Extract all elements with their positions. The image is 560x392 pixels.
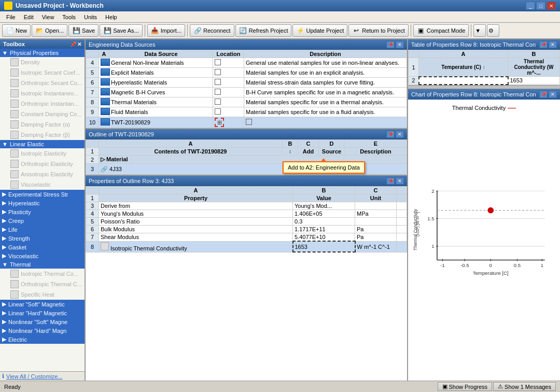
row8-chk[interactable] — [215, 99, 221, 105]
horizontal-scrollbar[interactable] — [408, 85, 560, 89]
show-progress-label: Show Progress — [449, 384, 488, 390]
item-damping-beta[interactable]: Damping Factor (β) — [0, 130, 85, 140]
table-props-close[interactable]: ✕ — [549, 41, 557, 48]
filter-button[interactable]: ▼ — [473, 24, 486, 37]
section-viscoelastic[interactable]: ▶ Viscoelastic — [0, 251, 85, 260]
section-gasket[interactable]: ▶ Gasket — [0, 243, 85, 251]
section-electric[interactable]: ▶ Electric — [0, 335, 85, 344]
chart-close[interactable]: ✕ — [549, 91, 557, 98]
section-creep-icon: ▶ — [2, 217, 6, 224]
data-point — [488, 207, 494, 213]
item-viscoelastic[interactable]: Viscoelastic — [0, 179, 85, 190]
close-button[interactable]: ✕ — [547, 2, 556, 10]
settings-icon: ⚙ — [488, 27, 494, 34]
settings-button[interactable]: ⚙ — [487, 24, 499, 37]
menu-help[interactable]: Help — [101, 13, 121, 21]
temp-value[interactable] — [419, 77, 508, 85]
props-close[interactable]: ✕ — [396, 177, 404, 185]
props-pin[interactable]: 📌 — [386, 177, 395, 185]
item-isotropic-elasticity[interactable]: Isotropic Elasticity — [0, 148, 85, 159]
menu-units[interactable]: Units — [80, 13, 101, 21]
section-hyperelastic[interactable]: ▶ Hyperelastic — [0, 199, 85, 207]
row10-add-btn[interactable]: ⊞ — [215, 118, 224, 127]
item-isotropic-secant-label: Isotropic Secant Coef... — [21, 69, 80, 76]
item-specific-heat[interactable]: Specific Heat — [0, 289, 85, 300]
section-nonlinear-soft[interactable]: ▶ Nonlinear "Soft" Magne — [0, 317, 85, 326]
item-density[interactable]: Density — [0, 57, 85, 67]
item-constant-damping[interactable]: Constant Damping Co... — [0, 109, 85, 119]
menu-file[interactable]: File — [2, 13, 20, 21]
toolbox-pin[interactable]: 📌 — [70, 41, 76, 47]
compact-mode-button[interactable]: ▣ Compact Mode — [413, 24, 469, 37]
item-orthotropic-secant[interactable]: Orthotropic Secant Co... — [0, 78, 85, 88]
eng-data-close[interactable]: ✕ — [396, 41, 404, 48]
item-orthotropic-thermal[interactable]: Orthotropic Thermal C... — [0, 279, 85, 289]
table-props-pin[interactable]: 📌 — [539, 41, 548, 48]
row9-chk[interactable] — [215, 108, 221, 115]
return-to-project-button[interactable]: ↩ Return to Project — [348, 24, 409, 37]
toolbox-close[interactable]: ✕ — [77, 41, 81, 47]
menu-view[interactable]: View — [38, 13, 59, 21]
tooltip-arrow — [320, 158, 327, 162]
section-physical-properties[interactable]: ▼ Physical Properties — [0, 49, 85, 57]
toolbox: Toolbox 📌 ✕ ▼ Physical Properties Densit… — [0, 39, 86, 381]
show-messages-button[interactable]: ⚠ Show 1 Messages — [493, 382, 556, 391]
item-anisotropic-elasticity[interactable]: Anisotropic Elasticity — [0, 169, 85, 179]
window-controls[interactable]: _ □ ✕ — [526, 2, 556, 10]
import-label: Import... — [161, 27, 181, 34]
table-props-header: Table of Properties Row 8: Isotropic The… — [408, 39, 560, 50]
item-orthotropic-elasticity[interactable]: Orthotropic Elasticity — [0, 159, 85, 169]
menu-edit[interactable]: Edit — [20, 13, 38, 21]
material-name: 4J33 — [109, 166, 122, 172]
thermal-cond-value[interactable]: 1653 — [293, 241, 355, 252]
item-isotropic-secant[interactable]: Isotropic Secant Coef... — [0, 67, 85, 78]
update-icon: ⚡ — [296, 26, 304, 35]
chart-header: Chart of Properties Row 8: Isotropic The… — [408, 89, 560, 100]
props-row: 4 Young's Modulus 1.406E+05 MPa — [86, 210, 407, 218]
menu-tools[interactable]: Tools — [58, 13, 80, 21]
section-linear-soft-magnetic[interactable]: ▶ Linear "Soft" Magnetic — [0, 300, 85, 309]
section-linear-hard-magnetic[interactable]: ▶ Linear "Hard" Magnetic — [0, 309, 85, 317]
section-plasticity[interactable]: ▶ Plasticity — [0, 207, 85, 216]
view-all-link[interactable]: View All / Customize... — [6, 373, 63, 380]
row10-chk[interactable] — [246, 119, 252, 125]
open-button[interactable]: 📂 Open... — [32, 24, 67, 37]
row6-chk[interactable] — [215, 79, 221, 85]
section-life[interactable]: ▶ Life — [0, 225, 85, 234]
section-creep[interactable]: ▶ Creep — [0, 216, 85, 225]
update-project-button[interactable]: ⚡ Update Project — [292, 24, 347, 37]
section-linear-elastic[interactable]: ▼ Linear Elastic — [0, 140, 85, 148]
right-panel: Table of Properties Row 8: Isotropic The… — [407, 39, 560, 381]
sort-icon[interactable]: ↕ — [483, 64, 485, 70]
item-orthotropic-inst[interactable]: Orthotropic Instantan... — [0, 99, 85, 109]
item-isotropic-thermal[interactable]: Isotropic Thermal Co... — [0, 269, 85, 279]
save-button[interactable]: 💾 Save — [68, 24, 99, 37]
x-tick-0: 0 — [489, 262, 492, 268]
add-icon: ⊞ — [217, 119, 222, 126]
row4-chk[interactable] — [215, 59, 221, 65]
save-as-button[interactable]: 💾 Save As... — [100, 24, 143, 37]
row7-chk[interactable] — [215, 89, 221, 95]
item-damping-alpha[interactable]: Damping Factor (α) — [0, 119, 85, 130]
eng-data-title: Engineering Data Sources — [89, 41, 155, 48]
eng-data-pin[interactable]: 📌 — [386, 41, 395, 48]
chart-area: Thermal Conductivity — Thermal Conductiv… — [408, 100, 560, 380]
outline-pin[interactable]: 📌 — [386, 131, 395, 138]
maximize-button[interactable]: □ — [536, 2, 545, 10]
row-num: 4 — [86, 58, 99, 68]
section-thermal[interactable]: ▼ Thermal — [0, 260, 85, 269]
outline-close[interactable]: ✕ — [396, 131, 404, 138]
section-nonlinear-hard[interactable]: ▶ Nonlinear "Hard" Magn — [0, 326, 85, 335]
show-progress-button[interactable]: ▣ Show Progress — [438, 382, 493, 391]
item-isotropic-inst[interactable]: Isotropic Instantaneo... — [0, 88, 85, 99]
minimize-button[interactable]: _ — [526, 2, 535, 10]
row5-chk[interactable] — [215, 69, 221, 75]
section-lsm-icon: ▶ — [2, 301, 6, 307]
reconnect-button[interactable]: 🔗 Reconnect — [190, 24, 234, 37]
refresh-project-button[interactable]: 🔄 Refresh Project — [235, 24, 292, 37]
section-experimental[interactable]: ▶ Experimental Stress Str — [0, 190, 85, 199]
import-button[interactable]: 📥 Import... — [147, 24, 185, 37]
section-strength[interactable]: ▶ Strength — [0, 234, 85, 243]
new-button[interactable]: 📄 New — [2, 24, 31, 37]
chart-pin[interactable]: 📌 — [539, 91, 548, 98]
